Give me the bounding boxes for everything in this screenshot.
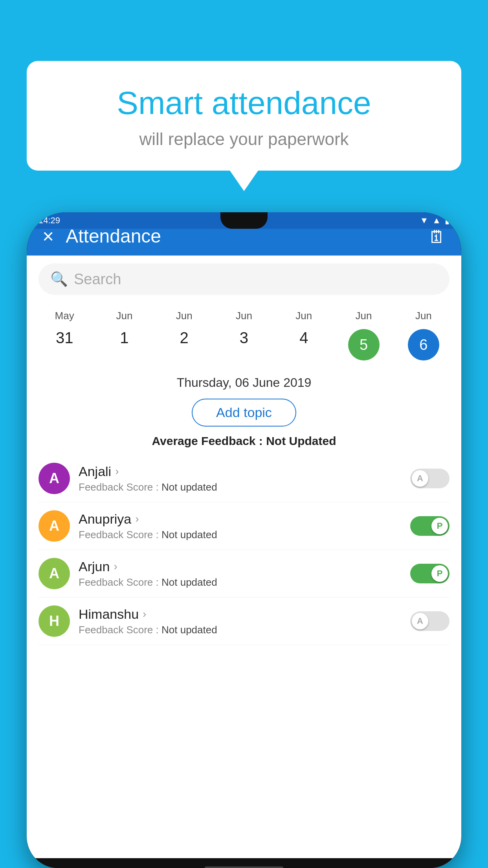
day-0[interactable]: 31 (35, 325, 94, 364)
month-5[interactable]: Jun (334, 307, 393, 325)
student-name-arjun: Arjun › (79, 559, 402, 574)
student-feedback-himanshu: Feedback Score : Not updated (79, 624, 402, 636)
avg-feedback-value: Not Updated (266, 434, 336, 447)
student-name-anupriya: Anupriya › (79, 511, 402, 527)
phone-frame: 14:29 ▼ ▲ ▮ × Attendance 🗓 🔍 Search May … (27, 212, 461, 868)
toggle-arjun[interactable]: P (410, 564, 449, 583)
speech-bubble-container: Smart attendance will replace your paper… (27, 61, 461, 171)
day-5-active[interactable]: 5 (348, 329, 380, 360)
toggle-knob-arjun: P (431, 565, 448, 582)
status-icons: ▼ ▲ ▮ (420, 215, 449, 226)
average-feedback: Average Feedback : Not Updated (27, 430, 461, 455)
speech-bubble-subtitle: will replace your paperwork (46, 129, 442, 149)
toggle-knob-anjali: A (412, 470, 428, 487)
day-1[interactable]: 1 (94, 325, 154, 364)
speech-bubble: Smart attendance will replace your paper… (27, 61, 461, 171)
avatar-arjun: A (39, 558, 70, 589)
student-item-arjun[interactable]: A Arjun › Feedback Score : Not updated P (39, 550, 449, 598)
close-button[interactable]: × (42, 226, 54, 246)
toggle-knob-himanshu: A (412, 613, 428, 629)
home-bar (205, 866, 283, 868)
student-item-himanshu[interactable]: H Himanshu › Feedback Score : Not update… (39, 598, 449, 645)
day-4[interactable]: 4 (274, 325, 334, 364)
toggle-anjali[interactable]: A (410, 469, 449, 488)
date-months-row: May Jun Jun Jun Jun Jun Jun (27, 307, 461, 325)
student-feedback-anupriya: Feedback Score : Not updated (79, 529, 402, 541)
student-feedback-arjun: Feedback Score : Not updated (79, 576, 402, 588)
day-2[interactable]: 2 (154, 325, 214, 364)
avatar-anjali: A (39, 463, 70, 494)
student-feedback-anjali: Feedback Score : Not updated (79, 481, 402, 493)
chevron-himanshu: › (143, 608, 146, 620)
speech-bubble-title: Smart attendance (46, 85, 442, 121)
month-1[interactable]: Jun (94, 307, 154, 325)
wifi-icon: ▼ (420, 215, 428, 226)
search-placeholder: Search (74, 271, 121, 288)
student-name-anjali: Anjali › (79, 464, 402, 479)
battery-icon: ▮ (445, 215, 449, 226)
month-4[interactable]: Jun (274, 307, 334, 325)
student-info-arjun: Arjun › Feedback Score : Not updated (79, 559, 402, 588)
student-info-himanshu: Himanshu › Feedback Score : Not updated (79, 607, 402, 636)
day-5[interactable]: 5 (334, 325, 393, 364)
status-bar: 14:29 ▼ ▲ ▮ (27, 212, 461, 229)
add-topic-container: Add topic (27, 399, 461, 427)
student-item-anjali[interactable]: A Anjali › Feedback Score : Not updated … (39, 455, 449, 502)
month-3[interactable]: Jun (214, 307, 274, 325)
phone-screen: 🔍 Search May Jun Jun Jun Jun Jun Jun 31 … (27, 256, 461, 858)
phone-notch (220, 212, 268, 229)
search-icon: 🔍 (50, 271, 68, 287)
month-0[interactable]: May (35, 307, 94, 325)
student-name-himanshu: Himanshu › (79, 607, 402, 622)
status-time: 14:29 (39, 215, 60, 226)
month-6[interactable]: Jun (394, 307, 453, 325)
day-3[interactable]: 3 (214, 325, 274, 364)
avatar-himanshu: H (39, 605, 70, 637)
date-days-row: 31 1 2 3 4 5 6 (27, 325, 461, 364)
signal-icon: ▲ (432, 215, 441, 226)
student-list: A Anjali › Feedback Score : Not updated … (27, 455, 461, 645)
toggle-anupriya[interactable]: P (410, 516, 449, 536)
student-info-anjali: Anjali › Feedback Score : Not updated (79, 464, 402, 493)
student-info-anupriya: Anupriya › Feedback Score : Not updated (79, 511, 402, 541)
avatar-anupriya: A (39, 510, 70, 542)
selected-date-label: Thursday, 06 June 2019 (27, 368, 461, 395)
chevron-anupriya: › (135, 513, 139, 525)
phone-bottom (27, 858, 461, 868)
month-2[interactable]: Jun (154, 307, 214, 325)
date-selector: May Jun Jun Jun Jun Jun Jun 31 1 2 3 4 5… (27, 303, 461, 368)
toggle-knob-anupriya: P (431, 518, 448, 534)
avg-feedback-label: Average Feedback : (152, 434, 266, 447)
toggle-himanshu[interactable]: A (410, 611, 449, 631)
add-topic-button[interactable]: Add topic (192, 399, 296, 427)
day-6-active[interactable]: 6 (408, 329, 439, 360)
student-item-anupriya[interactable]: A Anupriya › Feedback Score : Not update… (39, 502, 449, 550)
chevron-anjali: › (115, 465, 119, 478)
calendar-icon[interactable]: 🗓 (428, 227, 446, 247)
search-bar[interactable]: 🔍 Search (39, 263, 449, 295)
chevron-arjun: › (114, 560, 117, 573)
day-6[interactable]: 6 (394, 325, 453, 364)
